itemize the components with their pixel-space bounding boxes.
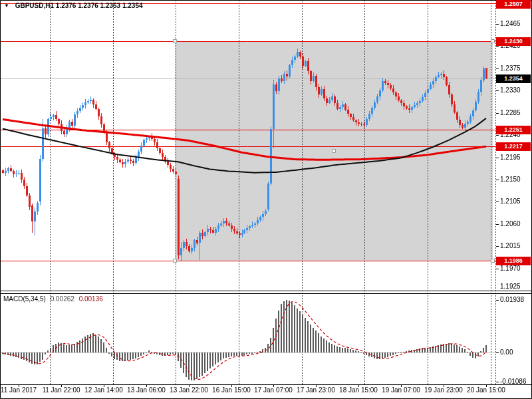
price-line-badge: 1.2217 — [496, 142, 531, 151]
macd-name: MACD(5,34,5) — [3, 295, 46, 303]
time-axis-label: 13 Jan 22:00 — [170, 386, 208, 394]
price-line-badge: 1.2507 — [496, 0, 531, 9]
price-tick-label: 1.1970 — [500, 265, 521, 273]
macd-indicator-label: MACD(5,34,5) 0.00262 0.00136 — [3, 295, 103, 303]
symbol-dropdown-icon[interactable]: ▼ — [4, 3, 9, 9]
chart-title: ▼ GBPUSD,H1 1.2376 1.2376 1.2353 1.2354 — [4, 2, 143, 9]
time-axis-label: 19 Jan 23:00 — [424, 386, 463, 394]
time-axis-label: 11 Jan 22:00 — [42, 386, 80, 394]
time-axis-label: 12 Jan 14:00 — [84, 386, 123, 394]
time-axis-label: 18 Jan 15:00 — [339, 386, 378, 394]
price-tick-label: 1.2330 — [500, 86, 521, 94]
price-tick-label: 1.2465 — [500, 20, 521, 28]
title-ohlc: 1.2376 1.2376 1.2353 1.2354 — [56, 2, 143, 9]
macd-main-value: 0.00262 — [51, 295, 74, 303]
price-tick-label: 1.2105 — [500, 198, 521, 205]
macd-scale-zero: 0.00 — [500, 348, 513, 356]
chart-canvas[interactable] — [0, 0, 532, 399]
time-axis-label: 20 Jan 15:00 — [467, 386, 505, 394]
time-axis-label: 17 Jan 07:00 — [254, 386, 293, 394]
time-axis-label: 17 Jan 23:00 — [297, 386, 335, 394]
price-line-badge: 1.2430 — [496, 37, 531, 46]
price-tick-label: 1.2060 — [500, 220, 521, 228]
chart-window: ▼ GBPUSD,H1 1.2376 1.2376 1.2353 1.2354 … — [0, 0, 532, 399]
time-axis-label: 16 Jan 15:00 — [212, 386, 251, 394]
time-axis-label: 13 Jan 06:00 — [127, 386, 166, 394]
macd-signal-value: 0.00136 — [79, 295, 103, 303]
macd-scale-max: 0.01938 — [500, 296, 524, 304]
price-tick-label: 1.2015 — [500, 242, 521, 250]
price-line-badge: 1.1986 — [496, 257, 531, 265]
price-tick-label: 1.2150 — [500, 176, 521, 184]
price-tick-label: 1.2375 — [500, 65, 521, 72]
current-price-badge: 1.2354 — [496, 74, 531, 83]
title-symbol: GBPUSD,H1 — [15, 2, 54, 9]
time-axis-label: 19 Jan 07:00 — [382, 386, 420, 394]
price-tick-label: 1.2195 — [500, 154, 521, 162]
macd-scale-min: -0.01086 — [500, 378, 526, 386]
price-tick-label: 1.2285 — [500, 109, 521, 117]
price-line-badge: 1.2251 — [496, 126, 531, 134]
time-axis-label: 11 Jan 2017 — [1, 386, 37, 394]
price-tick-label: 1.1925 — [500, 283, 521, 291]
